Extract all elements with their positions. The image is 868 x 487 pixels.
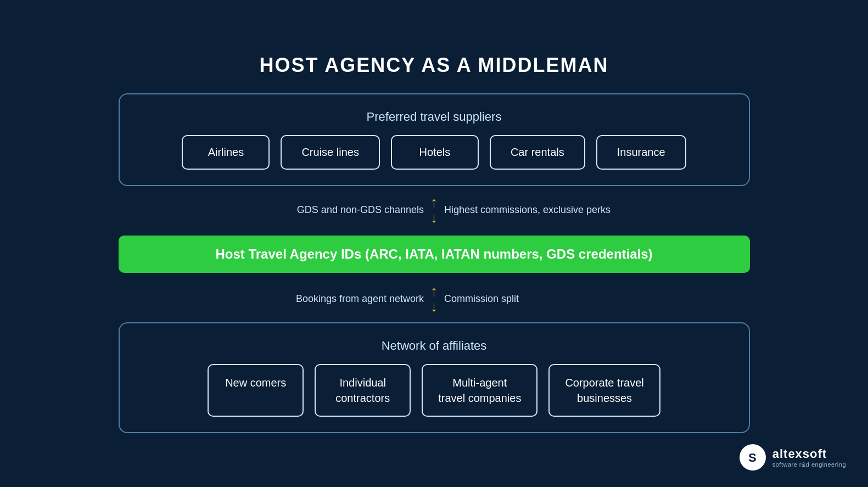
suppliers-box: Preferred travel suppliers Airlines Crui… bbox=[119, 93, 750, 186]
arrow-up-icon: ↑ bbox=[430, 195, 438, 209]
arrow-down-icon: ↓ bbox=[430, 210, 438, 225]
affiliate-multi-agent: Multi-agenttravel companies bbox=[422, 364, 537, 417]
supplier-cruise-lines: Cruise lines bbox=[281, 135, 379, 170]
logo-name: altexsoft bbox=[772, 447, 827, 461]
commissions-text: Highest commissions, exclusive perks bbox=[438, 204, 750, 216]
middle-arrow-section: GDS and non-GDS channels ↑ ↓ Highest com… bbox=[119, 195, 750, 225]
commission-split-text: Commission split bbox=[438, 293, 750, 305]
logo-text-block: altexsoft software r&d engineering bbox=[772, 447, 846, 468]
gds-channels-text: GDS and non-GDS channels bbox=[119, 204, 431, 216]
supplier-airlines: Airlines bbox=[182, 135, 270, 170]
affiliate-new-comers-label: New comers bbox=[225, 377, 286, 389]
logo-area: S altexsoft software r&d engineering bbox=[740, 444, 846, 471]
affiliate-new-comers: New comers bbox=[208, 364, 304, 417]
affiliate-individual-contractors: Individualcontractors bbox=[315, 364, 411, 417]
arrow-down-icon-2: ↓ bbox=[430, 299, 438, 314]
supplier-car-rentals: Car rentals bbox=[490, 135, 585, 170]
svg-text:S: S bbox=[748, 451, 757, 464]
altexsoft-logo-icon: S bbox=[740, 444, 766, 471]
page-title: HOST AGENCY AS A MIDDLEMAN bbox=[259, 54, 608, 77]
diagram-container: HOST AGENCY AS A MIDDLEMAN Preferred tra… bbox=[50, 54, 819, 433]
logo-subtitle: software r&d engineering bbox=[772, 461, 846, 468]
supplier-hotels: Hotels bbox=[391, 135, 479, 170]
suppliers-items-row: Airlines Cruise lines Hotels Car rentals… bbox=[182, 135, 686, 170]
bookings-text: Bookings from agent network bbox=[119, 293, 431, 305]
suppliers-label: Preferred travel suppliers bbox=[367, 110, 502, 124]
affiliates-items-row: New comers Individualcontractors Multi-a… bbox=[208, 364, 660, 417]
arrow-up-icon-2: ↑ bbox=[430, 284, 438, 298]
host-agency-bar: Host Travel Agency IDs (ARC, IATA, IATAN… bbox=[119, 236, 750, 273]
middle-double-arrow: ↑ ↓ bbox=[430, 195, 438, 225]
host-agency-text: Host Travel Agency IDs (ARC, IATA, IATAN… bbox=[215, 247, 652, 261]
affiliates-box: Network of affiliates New comers Individ… bbox=[119, 322, 750, 433]
bottom-double-arrow: ↑ ↓ bbox=[430, 284, 438, 314]
supplier-insurance: Insurance bbox=[596, 135, 686, 170]
bottom-arrow-section: Bookings from agent network ↑ ↓ Commissi… bbox=[119, 284, 750, 314]
affiliate-corporate-travel: Corporate travelbusinesses bbox=[548, 364, 660, 417]
affiliates-label: Network of affiliates bbox=[382, 339, 487, 353]
